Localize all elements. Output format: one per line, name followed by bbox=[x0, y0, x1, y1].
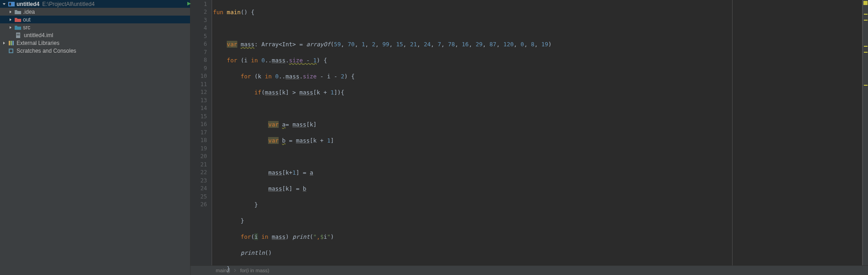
line-number[interactable]: 1 bbox=[190, 0, 212, 8]
code-line[interactable]: for (i in 0..mass.size - 1) { bbox=[213, 56, 732, 65]
warning-mark[interactable] bbox=[864, 46, 868, 47]
code-line[interactable]: mass[k+1] = a bbox=[213, 169, 732, 177]
folder-icon bbox=[15, 17, 21, 22]
code-line[interactable]: if(mass[k] > mass[k + 1]){ bbox=[213, 88, 732, 97]
svg-rect-1 bbox=[9, 3, 11, 6]
code-line[interactable] bbox=[213, 153, 732, 161]
line-number[interactable]: 18 bbox=[190, 137, 212, 145]
run-icon[interactable] bbox=[187, 1, 191, 7]
line-number[interactable]: 4 bbox=[190, 24, 212, 33]
folder-icon bbox=[15, 9, 21, 15]
line-number[interactable]: 13 bbox=[190, 96, 212, 104]
code-line[interactable]: fun main() { bbox=[213, 8, 732, 16]
svg-rect-3 bbox=[17, 34, 20, 34]
line-number[interactable]: 16 bbox=[190, 121, 212, 129]
line-number[interactable]: 24 bbox=[190, 185, 212, 193]
code-line[interactable]: for (k in 0..mass.size - i - 2) { bbox=[213, 72, 732, 81]
line-number[interactable]: 19 bbox=[190, 144, 212, 153]
svg-rect-7 bbox=[12, 41, 14, 45]
project-tool-window[interactable]: untitled4 E:\ProjectAll\untitled4 .idea … bbox=[0, 0, 190, 275]
line-number[interactable]: 7 bbox=[190, 48, 212, 56]
tree-item-label: .idea bbox=[23, 9, 35, 15]
tree-item-scratches[interactable]: Scratches and Consoles bbox=[0, 47, 190, 55]
line-number[interactable]: 3 bbox=[190, 16, 212, 24]
line-number[interactable]: 14 bbox=[190, 104, 212, 113]
tree-item-label: out bbox=[23, 16, 31, 23]
project-root-name: untitled4 bbox=[17, 1, 39, 7]
editor-area: 1 2 3 4 5 6 7 8 9 10 11 12 13 14 15 16 1… bbox=[190, 0, 868, 275]
inspection-status-icon[interactable] bbox=[863, 1, 868, 5]
line-number[interactable]: 11 bbox=[190, 80, 212, 88]
line-number[interactable]: 12 bbox=[190, 88, 212, 97]
line-number[interactable]: 22 bbox=[190, 169, 212, 177]
file-icon bbox=[16, 33, 22, 38]
line-number[interactable]: 25 bbox=[190, 192, 212, 201]
code-line[interactable]: var mass: Array<Int> = arrayOf(59, 70, 1… bbox=[213, 40, 732, 49]
line-number[interactable]: 10 bbox=[190, 72, 212, 81]
line-number[interactable]: 26 bbox=[190, 201, 212, 209]
module-icon bbox=[8, 1, 15, 7]
project-root-path: E:\ProjectAll\untitled4 bbox=[42, 1, 95, 7]
code-line[interactable]: } bbox=[213, 201, 732, 209]
line-number[interactable]: 2 bbox=[190, 8, 212, 16]
tree-item-external-libs[interactable]: External Libraries bbox=[0, 39, 190, 47]
code-line[interactable]: println() bbox=[213, 249, 732, 257]
error-stripe[interactable] bbox=[862, 0, 868, 265]
tree-item-label: src bbox=[23, 24, 30, 31]
code-line[interactable] bbox=[213, 24, 732, 33]
editor-overflow bbox=[733, 0, 862, 265]
scratches-icon bbox=[8, 48, 15, 54]
code-line[interactable]: var a= mass[k] bbox=[213, 121, 732, 129]
line-number[interactable]: 5 bbox=[190, 32, 212, 40]
warning-mark[interactable] bbox=[864, 52, 868, 53]
code-line[interactable]: mass[k] = b bbox=[213, 185, 732, 193]
expand-arrow-right-icon[interactable] bbox=[8, 17, 13, 22]
line-number[interactable]: 8 bbox=[190, 56, 212, 65]
expand-arrow-right-icon[interactable] bbox=[2, 41, 6, 45]
tree-item-src[interactable]: src bbox=[0, 23, 190, 31]
project-tree[interactable]: untitled4 E:\ProjectAll\untitled4 .idea … bbox=[0, 0, 190, 55]
tree-item-iml[interactable]: untitled4.iml bbox=[0, 31, 190, 39]
warning-mark[interactable] bbox=[864, 20, 868, 21]
line-number[interactable]: 15 bbox=[190, 112, 212, 121]
svg-rect-9 bbox=[10, 50, 12, 52]
svg-rect-5 bbox=[9, 41, 10, 45]
warning-mark[interactable] bbox=[864, 14, 868, 15]
line-number[interactable]: 23 bbox=[190, 176, 212, 185]
code-line[interactable]: var b = mass[k + 1] bbox=[213, 137, 732, 145]
folder-icon bbox=[15, 25, 21, 30]
code-line[interactable]: for(i in mass) print(",$i") bbox=[213, 233, 732, 241]
line-number[interactable]: 20 bbox=[190, 153, 212, 161]
tree-item-label: Scratches and Consoles bbox=[17, 48, 76, 54]
svg-rect-6 bbox=[11, 41, 12, 45]
tree-item-label: untitled4.iml bbox=[24, 32, 53, 38]
line-number[interactable]: 6 bbox=[190, 40, 212, 49]
code-line[interactable]: } bbox=[213, 265, 732, 273]
expand-arrow-right-icon[interactable] bbox=[8, 10, 13, 14]
code-line[interactable] bbox=[213, 104, 732, 113]
expand-arrow-down-icon[interactable] bbox=[2, 2, 6, 6]
line-gutter[interactable]: 1 2 3 4 5 6 7 8 9 10 11 12 13 14 15 16 1… bbox=[190, 0, 212, 265]
code-editor[interactable]: fun main() { var mass: Array<Int> = arra… bbox=[212, 0, 732, 265]
line-number[interactable]: 9 bbox=[190, 64, 212, 72]
project-root[interactable]: untitled4 E:\ProjectAll\untitled4 bbox=[0, 0, 190, 8]
tree-item-idea[interactable]: .idea bbox=[0, 8, 190, 16]
svg-rect-4 bbox=[17, 35, 20, 35]
libraries-icon bbox=[8, 40, 15, 46]
line-number[interactable]: 17 bbox=[190, 128, 212, 137]
tree-item-out[interactable]: out bbox=[0, 16, 190, 23]
expand-arrow-right-icon[interactable] bbox=[8, 25, 13, 30]
warning-mark[interactable] bbox=[864, 85, 868, 86]
tree-item-label: External Libraries bbox=[17, 40, 59, 46]
line-number[interactable]: 21 bbox=[190, 160, 212, 169]
code-line[interactable]: } bbox=[213, 217, 732, 225]
